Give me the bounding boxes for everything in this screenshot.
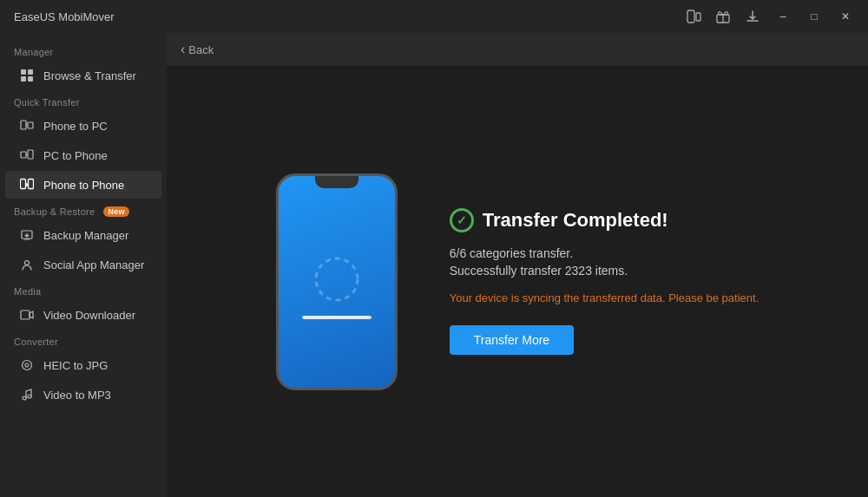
transfer-stats: 6/6 categories transfer. Successfully tr…: [450, 246, 760, 278]
sidebar-item-label: Backup Manager: [43, 229, 128, 242]
transfer-title-row: ✓ Transfer Completed!: [450, 208, 760, 232]
title-bar-controls: – □ ✕: [682, 7, 858, 26]
stat-line-1: 6/6 categories transfer.: [450, 246, 760, 260]
close-button[interactable]: ✕: [833, 7, 858, 26]
new-badge: New: [103, 206, 128, 217]
sync-warning: Your device is syncing the transferred d…: [450, 290, 760, 307]
svg-rect-8: [28, 76, 33, 82]
sidebar-item-label: HEIC to JPG: [43, 359, 108, 372]
sidebar-item-label: Phone to PC: [43, 120, 108, 133]
main-layout: Manager Browse & Transfer Quick Transfer: [0, 33, 868, 497]
app-title: EaseUS MobiMover: [14, 10, 115, 23]
sidebar-item-phone-to-pc[interactable]: Phone to PC: [5, 112, 161, 140]
phone-to-phone-icon: [19, 177, 35, 193]
back-button[interactable]: ‹ Back: [181, 42, 214, 57]
sidebar-item-video-downloader[interactable]: Video Downloader: [5, 301, 161, 329]
minimize-button[interactable]: –: [771, 7, 795, 26]
transfer-more-button[interactable]: Transfer More: [450, 325, 574, 355]
sidebar-item-phone-to-phone[interactable]: Phone to Phone: [5, 171, 161, 199]
social-icon: [19, 257, 35, 272]
sidebar-item-browse-transfer[interactable]: Browse & Transfer: [5, 62, 161, 89]
svg-rect-12: [21, 152, 26, 158]
transfer-info-panel: ✓ Transfer Completed! 6/6 categories tra…: [450, 208, 760, 356]
section-label-quick-transfer: Quick Transfer: [0, 90, 167, 111]
content-area: ‹ Back: [167, 33, 868, 497]
svg-rect-9: [21, 121, 26, 129]
phone-notch: [315, 176, 358, 188]
device-icon[interactable]: [682, 7, 705, 26]
sidebar-item-label: Video Downloader: [43, 309, 135, 322]
progress-bar-fill: [302, 316, 372, 319]
sidebar-item-label: Video to MP3: [43, 389, 111, 402]
stat-line-2: Successfully transfer 2323 items.: [450, 264, 760, 278]
backup-icon: [19, 227, 35, 243]
phone-screen-content: [302, 253, 372, 319]
sidebar-item-pc-to-phone[interactable]: PC to Phone: [5, 141, 161, 169]
svg-rect-7: [21, 76, 26, 82]
download-icon[interactable]: [741, 7, 764, 26]
pc-to-phone-icon: [19, 147, 35, 163]
sidebar-item-label: PC to Phone: [43, 149, 108, 162]
svg-point-19: [23, 396, 26, 400]
check-circle-icon: ✓: [450, 208, 474, 232]
svg-rect-17: [21, 311, 30, 319]
svg-rect-6: [28, 69, 33, 75]
svg-rect-1: [696, 13, 700, 21]
sidebar: Manager Browse & Transfer Quick Transfer: [0, 33, 167, 497]
svg-rect-10: [28, 122, 33, 128]
heic-icon: [19, 357, 35, 373]
svg-rect-5: [21, 69, 26, 75]
phone-frame: [276, 173, 398, 390]
svg-point-21: [316, 258, 358, 300]
back-arrow-icon: ‹: [181, 42, 185, 57]
content-main: ✓ Transfer Completed! 6/6 categories tra…: [167, 66, 868, 497]
phone-illustration: [276, 173, 398, 390]
sidebar-item-label: Phone to Phone: [43, 179, 124, 192]
title-bar: EaseUS MobiMover –: [0, 0, 868, 33]
sidebar-item-label: Browse & Transfer: [43, 69, 136, 82]
sidebar-item-label: Social App Manager: [43, 258, 144, 271]
section-label-media: Media: [0, 279, 167, 300]
svg-point-18: [23, 361, 32, 370]
svg-rect-0: [687, 10, 694, 23]
section-label-converter: Converter: [0, 330, 167, 350]
progress-bar: [302, 316, 372, 319]
sidebar-item-heic-to-jpg[interactable]: HEIC to JPG: [5, 351, 161, 379]
svg-rect-14: [29, 180, 34, 189]
section-label-manager: Manager: [0, 40, 167, 61]
content-header: ‹ Back: [167, 33, 868, 66]
phone-to-pc-icon: [19, 118, 35, 134]
video-icon: [19, 307, 35, 323]
grid-icon: [19, 68, 35, 83]
sidebar-item-video-to-mp3[interactable]: Video to MP3: [5, 381, 161, 409]
sidebar-item-social-app-manager[interactable]: Social App Manager: [5, 251, 161, 278]
section-label-backup: Backup & Restore New: [0, 199, 167, 220]
svg-point-16: [25, 261, 30, 265]
progress-circle-svg: [311, 253, 363, 305]
mp3-icon: [19, 387, 35, 402]
back-label: Back: [188, 43, 214, 56]
svg-rect-11: [28, 150, 33, 159]
maximize-button[interactable]: □: [802, 7, 826, 26]
transfer-title-text: Transfer Completed!: [483, 209, 668, 232]
svg-rect-13: [21, 180, 26, 189]
gift-icon[interactable]: [712, 7, 734, 26]
sidebar-item-backup-manager[interactable]: Backup Manager: [5, 221, 161, 249]
